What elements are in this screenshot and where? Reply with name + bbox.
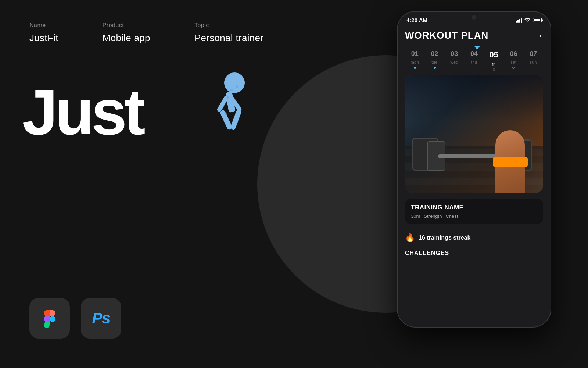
active-day-indicator — [474, 46, 480, 50]
status-icons — [516, 17, 542, 23]
workout-arrow-button[interactable]: → — [534, 31, 543, 41]
streak-row: 🔥 16 trainings streak — [405, 229, 543, 246]
camera-dot — [472, 15, 476, 20]
training-info: TRAINING NAME 30m Strength Chest — [405, 199, 543, 224]
calendar: 01 mon 02 tue 03 wed 04 thu — [405, 47, 543, 75]
topic-value: Personal trainer — [194, 32, 263, 44]
cal-dayname-02: tue — [431, 60, 438, 64]
svg-point-8 — [230, 89, 233, 91]
signal-bar-4 — [521, 18, 522, 23]
svg-point-1 — [224, 72, 245, 93]
workout-image — [405, 75, 543, 193]
status-time: 4:20 AM — [406, 17, 427, 23]
figma-logo-icon — [40, 309, 59, 328]
phone-frame: 4:20 AM WORKOUT PLAN — [397, 11, 551, 328]
signal-bars-icon — [516, 18, 522, 23]
cal-dayname-03: wed — [450, 60, 458, 64]
cal-dot-06 — [512, 67, 514, 69]
meta-product-col: Product Mobile app — [103, 22, 150, 44]
cal-dayname-01: mon — [410, 60, 419, 64]
training-name: TRAINING NAME — [411, 204, 537, 211]
training-tag-type: Strength — [424, 213, 442, 219]
cal-dayname-07: sun — [530, 60, 537, 64]
fire-icon: 🔥 — [405, 233, 415, 243]
phone-content: WORKOUT PLAN → 01 mon 02 tue — [398, 26, 551, 256]
wristband-element — [493, 157, 528, 167]
signal-bar-1 — [516, 21, 517, 23]
workout-title: WORKOUT PLAN — [405, 30, 488, 41]
training-tag-duration: 30m — [411, 213, 420, 219]
svg-text:Just: Just — [22, 76, 145, 144]
image-top-overlay — [405, 75, 543, 122]
cal-dot-02 — [434, 67, 436, 69]
phone-notch — [450, 12, 498, 23]
figma-app-icon — [29, 298, 70, 339]
svg-point-7 — [227, 96, 229, 99]
streak-text: 16 trainings streak — [419, 234, 470, 241]
cal-dot-03 — [453, 67, 455, 69]
calendar-day-04[interactable]: 04 thu — [464, 50, 484, 71]
cal-num-02: 02 — [431, 50, 438, 58]
challenges-section: CHALLENGES — [405, 246, 543, 256]
calendar-day-05[interactable]: 05 fri — [484, 50, 504, 71]
cal-dot-04 — [473, 67, 475, 69]
photoshop-app-icon: Ps — [81, 298, 121, 339]
cal-num-07: 07 — [530, 50, 537, 58]
cal-num-06: 06 — [510, 50, 517, 58]
name-value: JustFit — [29, 32, 58, 44]
ps-text: Ps — [92, 309, 110, 327]
phone-wrapper: 4:20 AM WORKOUT PLAN — [397, 11, 551, 328]
meta-name-col: Name JustFit — [29, 22, 58, 44]
cal-num-04: 04 — [470, 50, 478, 58]
workout-image-overlay — [405, 75, 543, 193]
cal-dayname-04: thu — [471, 60, 477, 64]
signal-bar-2 — [517, 20, 519, 23]
cal-dot-05 — [493, 68, 495, 71]
calendar-day-03[interactable]: 03 wed — [444, 50, 464, 71]
calendar-day-06[interactable]: 06 sat — [504, 50, 524, 71]
cal-dot-01 — [414, 67, 416, 69]
wifi-icon — [524, 17, 530, 23]
svg-point-11 — [50, 316, 55, 322]
cal-num-05: 05 — [489, 50, 498, 60]
meta-topic-col: Topic Personal trainer — [194, 22, 263, 44]
bottom-icons: Ps — [29, 298, 121, 339]
cal-dayname-05: fri — [492, 62, 496, 66]
cal-dayname-06: sat — [510, 60, 516, 64]
signal-bar-3 — [519, 19, 520, 23]
cal-dot-07 — [532, 67, 534, 69]
challenges-title: CHALLENGES — [405, 250, 543, 256]
calendar-day-02[interactable]: 02 tue — [425, 50, 445, 71]
training-tags: 30m Strength Chest — [411, 213, 537, 219]
justfit-logo: Just — [22, 70, 272, 144]
calendar-day-01[interactable]: 01 mon — [405, 50, 425, 71]
product-value: Mobile app — [103, 32, 150, 44]
svg-point-9 — [225, 113, 227, 115]
meta-table: Name JustFit Product Mobile app Topic Pe… — [29, 22, 272, 44]
workout-header: WORKOUT PLAN → — [405, 26, 543, 47]
calendar-day-07[interactable]: 07 sun — [523, 50, 543, 71]
logo-container: Just — [22, 70, 272, 145]
name-label: Name — [29, 22, 58, 29]
topic-label: Topic — [194, 22, 263, 29]
cal-num-01: 01 — [411, 50, 419, 58]
cal-num-03: 03 — [451, 50, 458, 58]
svg-rect-4 — [230, 109, 242, 130]
battery-fill — [534, 19, 540, 21]
product-label: Product — [103, 22, 150, 29]
svg-point-10 — [236, 85, 238, 88]
training-tag-area: Chest — [445, 213, 458, 219]
battery-icon — [533, 18, 542, 22]
